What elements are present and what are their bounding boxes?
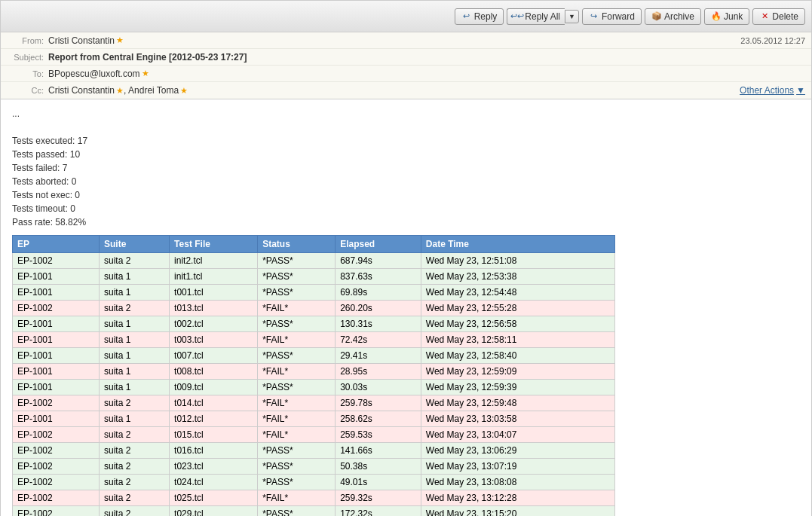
table-cell-status: *FAIL* [258, 364, 336, 380]
table-column-header: EP [13, 236, 100, 253]
table-cell-datetime: Wed May 23, 12:58:40 [421, 348, 614, 364]
table-cell-datetime: Wed May 23, 12:59:39 [421, 380, 614, 395]
toolbar: ↩ Reply ↩↩ Reply All ▼ ↪ Forward 📦 Archi… [1, 1, 811, 32]
email-container: ↩ Reply ↩↩ Reply All ▼ ↪ Forward 📦 Archi… [0, 0, 812, 516]
table-cell-status: *PASS* [258, 459, 336, 475]
subject-text: Report from Central Engine [2012-05-23 1… [48, 52, 247, 63]
table-cell-datetime: Wed May 23, 12:53:38 [421, 269, 614, 285]
table-cell-elapsed: 69.89s [336, 285, 421, 301]
table-cell-file: t024.tcl [170, 475, 258, 490]
subject-label: Subject: [7, 53, 48, 62]
table-cell-file: t029.tcl [170, 506, 258, 517]
table-cell-suite: suita 2 [99, 443, 169, 459]
table-cell-elapsed: 687.94s [336, 253, 421, 269]
table-cell-datetime: Wed May 23, 13:15:20 [421, 506, 614, 517]
table-cell-suite: suita 1 [99, 364, 169, 380]
forward-button[interactable]: ↪ Forward [582, 8, 642, 25]
table-cell-ep: EP-1001 [13, 332, 100, 348]
table-cell-file: init1.tcl [170, 269, 258, 285]
table-cell-suite: suita 1 [99, 316, 169, 332]
table-cell-suite: suita 2 [99, 475, 169, 490]
forward-icon: ↪ [589, 11, 599, 22]
table-cell-elapsed: 72.42s [336, 332, 421, 348]
table-column-header: Elapsed [336, 236, 421, 253]
table-cell-elapsed: 259.32s [336, 490, 421, 506]
table-cell-file: t001.tcl [170, 285, 258, 301]
reply-all-split: ↩↩ Reply All ▼ [507, 8, 579, 25]
table-column-header: Date Time [421, 236, 614, 253]
table-cell-status: *PASS* [258, 348, 336, 364]
table-cell-status: *PASS* [258, 380, 336, 395]
table-cell-elapsed: 28.95s [336, 364, 421, 380]
table-cell-status: *FAIL* [258, 301, 336, 316]
email-date: 23.05.2012 12:27 [740, 36, 805, 45]
junk-button[interactable]: 🔥 Junk [704, 8, 749, 25]
table-cell-status: *FAIL* [258, 395, 336, 411]
table-cell-status: *PASS* [258, 443, 336, 459]
table-cell-status: *PASS* [258, 269, 336, 285]
to-label: To: [7, 69, 48, 78]
table-cell-file: t012.tcl [170, 411, 258, 427]
table-cell-ep: EP-1002 [13, 506, 100, 517]
delete-button[interactable]: ✕ Delete [752, 8, 805, 25]
junk-icon: 🔥 [711, 11, 722, 22]
cc-names: Cristi Constantin★, Andrei Toma★ [48, 85, 188, 96]
archive-button[interactable]: 📦 Archive [645, 8, 701, 25]
table-cell-ep: EP-1001 [13, 285, 100, 301]
table-cell-file: t013.tcl [170, 301, 258, 316]
from-row: From: Cristi Constantin ★ 23.05.2012 12:… [1, 32, 811, 49]
reply-all-dropdown[interactable]: ▼ [565, 10, 579, 23]
table-cell-suite: suita 1 [99, 285, 169, 301]
table-cell-datetime: Wed May 23, 12:51:08 [421, 253, 614, 269]
table-cell-ep: EP-1002 [13, 475, 100, 490]
table-cell-ep: EP-1002 [13, 490, 100, 506]
other-actions-button[interactable]: Other Actions ▼ [740, 85, 805, 96]
table-row: EP-1002suita 2t024.tcl*PASS*49.01sWed Ma… [13, 475, 615, 490]
table-cell-datetime: Wed May 23, 12:55:28 [421, 301, 614, 316]
table-row: EP-1002suita 2t016.tcl*PASS*141.66sWed M… [13, 443, 615, 459]
table-row: EP-1001suita 1t008.tcl*FAIL*28.95sWed Ma… [13, 364, 615, 380]
table-cell-elapsed: 130.31s [336, 316, 421, 332]
table-cell-suite: suita 2 [99, 506, 169, 517]
table-cell-status: *FAIL* [258, 490, 336, 506]
table-cell-status: *PASS* [258, 285, 336, 301]
table-body: EP-1002suita 2init2.tcl*PASS*687.94sWed … [13, 253, 615, 517]
table-cell-elapsed: 259.78s [336, 395, 421, 411]
table-cell-suite: suita 2 [99, 459, 169, 475]
archive-icon: 📦 [651, 11, 662, 22]
table-cell-datetime: Wed May 23, 12:59:48 [421, 395, 614, 411]
table-cell-ep: EP-1002 [13, 459, 100, 475]
reply-all-button[interactable]: ↩↩ Reply All [507, 8, 565, 25]
table-cell-ep: EP-1002 [13, 395, 100, 411]
table-cell-status: *PASS* [258, 316, 336, 332]
table-cell-datetime: Wed May 23, 13:03:58 [421, 411, 614, 427]
table-cell-file: init2.tcl [170, 253, 258, 269]
table-cell-datetime: Wed May 23, 12:58:11 [421, 332, 614, 348]
cc-row: Cc: Cristi Constantin★, Andrei Toma★ Oth… [1, 82, 811, 99]
table-cell-file: t007.tcl [170, 348, 258, 364]
table-cell-ep: EP-1001 [13, 411, 100, 427]
table-cell-file: t016.tcl [170, 443, 258, 459]
table-cell-datetime: Wed May 23, 12:59:09 [421, 364, 614, 380]
table-cell-suite: suita 1 [99, 348, 169, 364]
from-label: From: [7, 36, 48, 45]
reply-all-icon: ↩↩ [512, 11, 522, 22]
table-cell-elapsed: 258.62s [336, 411, 421, 427]
table-cell-elapsed: 260.20s [336, 301, 421, 316]
table-cell-elapsed: 49.01s [336, 475, 421, 490]
table-cell-ep: EP-1002 [13, 301, 100, 316]
table-row: EP-1002suita 2t023.tcl*PASS*50.38sWed Ma… [13, 459, 615, 475]
stat-line: Tests aborted: 0 [12, 175, 800, 188]
stat-line: Tests failed: 7 [12, 161, 800, 175]
table-cell-status: *FAIL* [258, 427, 336, 443]
table-cell-datetime: Wed May 23, 12:54:48 [421, 285, 614, 301]
table-column-header: Test File [170, 236, 258, 253]
table-row: EP-1001suita 1t003.tcl*FAIL*72.42sWed Ma… [13, 332, 615, 348]
email-body: ... Tests executed: 17Tests passed: 10Te… [1, 99, 811, 516]
table-cell-suite: suita 1 [99, 380, 169, 395]
table-cell-file: t002.tcl [170, 316, 258, 332]
table-cell-ep: EP-1002 [13, 253, 100, 269]
reply-button[interactable]: ↩ Reply [455, 8, 504, 25]
table-cell-ep: EP-1001 [13, 380, 100, 395]
table-row: EP-1002suita 2t013.tcl*FAIL*260.20sWed M… [13, 301, 615, 316]
